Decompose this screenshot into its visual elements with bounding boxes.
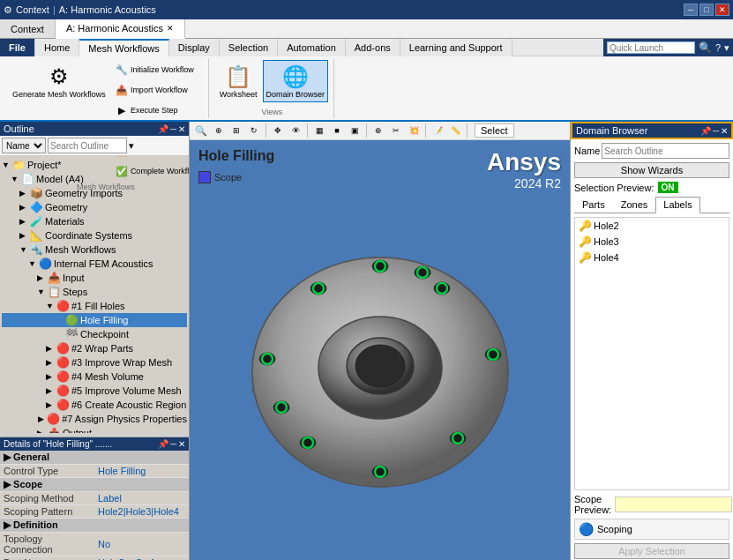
db-close-icon[interactable]: ✕ [721, 126, 728, 136]
tree-item[interactable]: ▶📦Geometry Imports [2, 186, 187, 200]
vp-wireframe-btn[interactable]: ▦ [311, 123, 327, 138]
tree-toggle-icon[interactable]: ▼ [2, 161, 12, 169]
tree-item[interactable]: ▶🔴#7 Assign Physics Properties [2, 412, 187, 426]
tree-toggle-icon[interactable]: ▼ [28, 259, 39, 268]
tree-item[interactable]: ▶📥Input [2, 271, 187, 285]
db-tab-zones[interactable]: Zones [613, 197, 656, 213]
selection-preview-on-badge[interactable]: ON [658, 182, 678, 193]
vp-zoom-in-btn[interactable]: ⊕ [211, 123, 227, 138]
vp-rotate-btn[interactable]: ↻ [246, 123, 262, 138]
ribbon-tab-file[interactable]: File [0, 39, 35, 56]
ribbon-tab-addons[interactable]: Add-ons [346, 39, 400, 56]
vp-edge-btn[interactable]: ▣ [347, 123, 363, 138]
ribbon-tab-home[interactable]: Home [35, 39, 79, 56]
scoping-item[interactable]: 🔵 Scoping [574, 519, 729, 540]
quick-launch-help-icon[interactable]: ? [715, 42, 721, 53]
tree-toggle-icon[interactable]: ▼ [11, 175, 21, 183]
tree-item[interactable]: 🟢Hole Filling [2, 313, 187, 327]
tab-close-icon[interactable]: ✕ [167, 24, 174, 33]
tree-item[interactable]: ▶🔴#3 Improve Wrap Mesh [2, 355, 187, 370]
details-close-icon[interactable]: ✕ [178, 439, 185, 449]
db-list-item[interactable]: 🔑Hole4 [575, 250, 729, 265]
vp-solid-btn[interactable]: ■ [329, 123, 345, 138]
outline-minimize-icon[interactable]: ─ [170, 124, 176, 134]
tree-toggle-icon[interactable]: ▼ [37, 287, 48, 296]
scope-label: Scope [214, 172, 242, 183]
tree-item[interactable]: ▼🔩Mesh Workflows [2, 243, 187, 257]
tree-toggle-icon[interactable]: ▶ [46, 386, 56, 395]
ribbon-tab-display[interactable]: Display [169, 39, 220, 56]
vp-view-btn[interactable]: 👁 [288, 123, 303, 138]
execute-step-btn[interactable]: ▶ Execute Step [111, 101, 203, 120]
ribbon-tab-selection[interactable]: Selection [220, 39, 278, 56]
tree-item[interactable]: 🏁Checkpoint [2, 327, 187, 341]
vp-fit-btn[interactable]: ⊞ [228, 123, 244, 138]
tree-item[interactable]: ▶🔴#6 Create Acoustic Region [2, 398, 187, 412]
import-workflow-btn[interactable]: 📥 Import Workflow [111, 80, 203, 100]
tree-toggle-icon[interactable]: ▼ [19, 245, 30, 254]
worksheet-btn[interactable]: 📋 Worksheet [216, 60, 261, 102]
minimize-button[interactable]: ─ [684, 4, 698, 16]
scope-preview-input[interactable] [615, 497, 732, 512]
tree-item[interactable]: ▼📁Project* [2, 158, 187, 172]
outline-search-input[interactable] [48, 138, 127, 153]
db-list-item[interactable]: 🔑Hole3 [575, 234, 729, 250]
tree-toggle-icon[interactable]: ▶ [46, 358, 56, 367]
tree-toggle-icon[interactable]: ▶ [19, 203, 30, 212]
tree-item[interactable]: ▼📄Model (A4) [2, 172, 187, 186]
generate-mesh-workflows-btn[interactable]: ⚙ Generate Mesh Workflows [9, 60, 109, 102]
details-minimize-icon[interactable]: ─ [170, 439, 176, 449]
outline-pin-icon[interactable]: 📌 [158, 124, 168, 134]
vp-pan-btn[interactable]: ✥ [270, 123, 286, 138]
details-pin-icon[interactable]: 📌 [158, 439, 168, 449]
tree-toggle-icon[interactable]: ▶ [19, 217, 30, 226]
tree-toggle-icon[interactable]: ▶ [46, 400, 56, 409]
ribbon-tab-automation[interactable]: Automation [278, 39, 346, 56]
ribbon-tab-mesh-workflows[interactable]: Mesh Workflows [79, 39, 168, 56]
quick-launch-menu-icon[interactable]: ▾ [724, 42, 729, 54]
tree-item[interactable]: ▶🔴#4 Mesh Volume [2, 370, 187, 384]
outline-filter-icon[interactable]: ▾ [129, 140, 134, 152]
db-pin-icon[interactable]: 📌 [700, 126, 711, 136]
apply-selection-btn[interactable]: Apply Selection [574, 543, 729, 559]
ribbon-tab-learning[interactable]: Learning and Support [400, 39, 512, 56]
tree-item[interactable]: ▶🧪Materials [2, 214, 187, 228]
tree-toggle-icon[interactable]: ▶ [19, 189, 30, 198]
tree-item[interactable]: ▼🔴#1 Fill Holes [2, 299, 187, 313]
vp-zoom-out-btn[interactable]: 🔍 [193, 123, 209, 138]
quick-launch-input[interactable] [607, 41, 695, 54]
outline-name-select[interactable]: Name [2, 138, 46, 153]
tree-item[interactable]: ▶🔴#5 Improve Volume Mesh [2, 384, 187, 398]
outline-close-icon[interactable]: ✕ [178, 124, 185, 134]
tab-harmonic-acoustics[interactable]: A: Harmonic Acoustics ✕ [56, 19, 185, 39]
tree-item[interactable]: ▶🔴#2 Wrap Parts [2, 341, 187, 355]
tree-item[interactable]: ▶📤Output [2, 426, 187, 433]
vp-measure-btn[interactable]: 📏 [447, 123, 463, 138]
tree-item[interactable]: ▶📐Coordinate Systems [2, 228, 187, 243]
domain-browser-btn[interactable]: 🌐 Domain Browser [263, 60, 329, 102]
db-list-item[interactable]: 🔑Hole2 [575, 218, 729, 234]
vp-clipping-btn[interactable]: ✂ [388, 123, 404, 138]
tree-toggle-icon[interactable]: ▶ [19, 231, 30, 240]
tab-context[interactable]: Context [0, 19, 56, 38]
vp-axis-btn[interactable]: ⊕ [370, 123, 386, 138]
tree-toggle-icon[interactable]: ▶ [38, 414, 47, 423]
db-tab-parts[interactable]: Parts [574, 197, 613, 213]
tree-toggle-icon[interactable]: ▼ [46, 302, 56, 310]
show-wizards-btn[interactable]: Show Wizards [574, 162, 729, 178]
viewport-select-label[interactable]: Select [475, 123, 514, 138]
db-minimize-icon[interactable]: ─ [713, 126, 719, 136]
maximize-button[interactable]: □ [699, 4, 714, 16]
tree-toggle-icon[interactable]: ▶ [46, 344, 56, 353]
tree-toggle-icon[interactable]: ▶ [37, 273, 48, 282]
db-search-input[interactable] [602, 143, 729, 159]
initialize-workflow-btn[interactable]: 🔧 Initialize Workflow [111, 60, 203, 79]
db-tab-labels[interactable]: Labels [655, 197, 699, 213]
tree-item[interactable]: ▼📋Steps [2, 285, 187, 299]
close-button[interactable]: ✕ [715, 4, 729, 16]
vp-explode-btn[interactable]: 💥 [406, 123, 422, 138]
tree-item[interactable]: ▼🔵Internal FEM Acoustics [2, 257, 187, 271]
vp-annotation-btn[interactable]: 📝 [430, 123, 445, 138]
tree-toggle-icon[interactable]: ▶ [46, 372, 56, 381]
tree-item[interactable]: ▶🔷Geometry [2, 200, 187, 214]
